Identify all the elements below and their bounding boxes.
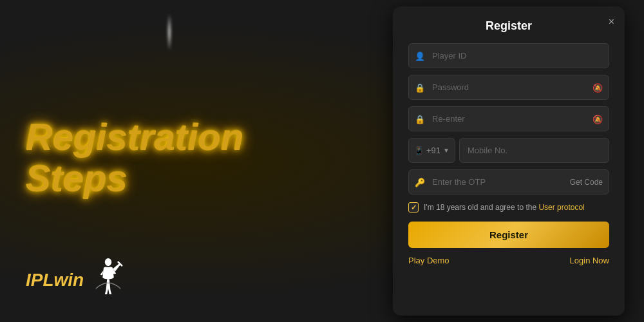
reenter-group: 🔒 🔕 <box>408 106 609 131</box>
register-button[interactable]: Register <box>408 222 609 248</box>
login-now-button[interactable]: Login Now <box>570 256 609 265</box>
reenter-input[interactable] <box>408 106 609 131</box>
user-protocol-link[interactable]: User protocol <box>538 203 584 212</box>
cricket-player-icon <box>89 258 128 303</box>
reenter-lock-icon: 🔒 <box>415 114 425 124</box>
logo-area: IPLwin <box>26 258 128 303</box>
registration-modal: Register × 👤 🔒 🔕 🔒 🔕 📱 +91 ▼ 🔑 Get Code <box>393 6 625 316</box>
mobile-input[interactable] <box>459 138 609 163</box>
password-group: 🔒 🔕 <box>408 75 609 100</box>
reenter-eye-icon[interactable]: 🔕 <box>592 114 603 124</box>
otp-key-icon: 🔑 <box>415 177 425 187</box>
country-code-select[interactable]: 📱 +91 ▼ <box>408 138 455 163</box>
modal-header: Register × <box>408 19 609 33</box>
get-code-button[interactable]: Get Code <box>570 178 603 187</box>
player-id-icon: 👤 <box>415 51 425 61</box>
password-lock-icon: 🔒 <box>415 82 425 92</box>
spotlight-decoration <box>167 13 171 52</box>
modal-title: Register <box>486 19 532 32</box>
logo-text: IPLwin <box>26 270 84 290</box>
chevron-down-icon: ▼ <box>443 147 450 154</box>
bottom-links: Play Demo Login Now <box>408 256 609 265</box>
age-agreement-row: ✓ I'm 18 years old and agree to the User… <box>408 202 609 213</box>
password-input[interactable] <box>408 75 609 100</box>
check-mark-icon: ✓ <box>411 204 417 212</box>
player-id-group: 👤 <box>408 43 609 68</box>
play-demo-button[interactable]: Play Demo <box>408 256 450 265</box>
svg-point-0 <box>105 258 112 266</box>
close-button[interactable]: × <box>609 17 614 27</box>
password-eye-icon[interactable]: 🔕 <box>592 82 603 92</box>
age-agreement-label: I'm 18 years old and agree to the User p… <box>424 203 585 212</box>
player-id-input[interactable] <box>408 43 609 68</box>
otp-group: 🔑 Get Code <box>408 169 609 194</box>
country-code-value: +91 <box>426 146 440 155</box>
registration-title: Registration Steps <box>26 117 322 199</box>
phone-row: 📱 +91 ▼ <box>408 138 609 163</box>
age-checkbox[interactable]: ✓ <box>408 202 419 213</box>
phone-icon: 📱 <box>414 146 424 155</box>
